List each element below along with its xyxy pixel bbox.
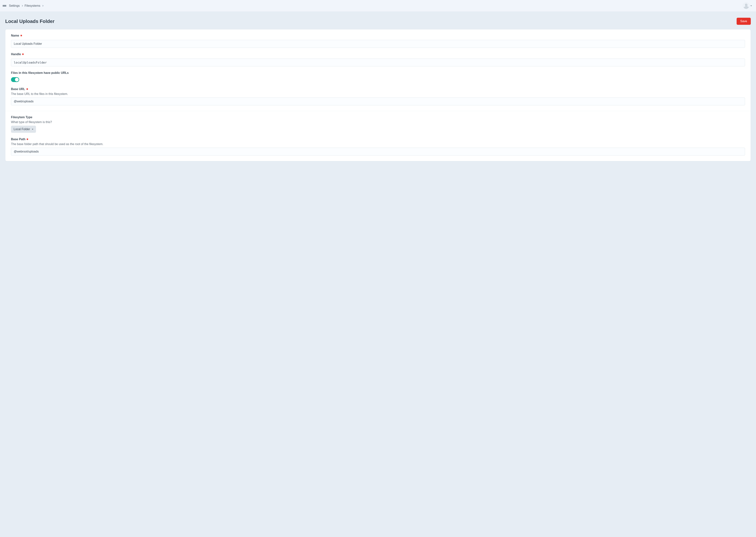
panel-section-main: Name ✱ Handle ✱ Files in this filesystem… (5, 29, 751, 111)
breadcrumb-settings[interactable]: Settings (9, 4, 20, 8)
label-public-urls: Files in this filesystem have public URL… (11, 71, 68, 75)
help-fs-type: What type of filesystem is this? (11, 120, 745, 124)
required-icon: ✱ (20, 34, 22, 37)
panel-section-fs: Filesytem Type What type of filesystem i… (5, 111, 751, 161)
settings-panel: Name ✱ Handle ✱ Files in this filesystem… (5, 29, 751, 161)
help-base-url: The base URL to the files in this filesy… (11, 92, 745, 96)
label-name-text: Name (11, 34, 19, 37)
help-base-path: The base folder path that should be used… (11, 143, 745, 146)
field-handle: Handle ✱ (11, 53, 745, 66)
label-handle-text: Handle (11, 53, 21, 56)
base-url-input[interactable] (11, 98, 745, 105)
public-urls-toggle[interactable] (11, 77, 19, 82)
field-fs-type: Filesytem Type What type of filesystem i… (11, 116, 745, 133)
breadcrumb-filesystems[interactable]: Filesystems (24, 4, 40, 8)
label-fs-type: Filesytem Type (11, 116, 32, 119)
page-header: Local Uploads Folder Save (0, 12, 756, 29)
label-base-path-text: Base Path (11, 138, 25, 141)
field-name: Name ✱ (11, 34, 745, 48)
label-base-path: Base Path ✱ (11, 138, 28, 141)
field-base-url: Base URL ✱ The base URL to the files in … (11, 87, 745, 105)
base-path-input[interactable] (11, 148, 745, 155)
topbar-left: Settings Filesystems (3, 4, 43, 8)
toggle-wrap (11, 77, 745, 83)
handle-input[interactable] (11, 59, 745, 66)
field-base-path: Base Path ✱ The base folder path that sh… (11, 138, 745, 155)
chevron-down-icon (32, 129, 33, 130)
save-button[interactable]: Save (736, 18, 751, 25)
field-public-urls: Files in this filesystem have public URL… (11, 71, 745, 83)
required-icon: ✱ (26, 138, 28, 141)
name-input[interactable] (11, 40, 745, 48)
fs-type-selected: Local Folder (14, 128, 30, 131)
label-name: Name ✱ (11, 34, 22, 37)
user-menu[interactable] (743, 3, 752, 9)
required-icon: ✱ (22, 53, 24, 55)
label-public-urls-text: Files in this filesystem have public URL… (11, 71, 68, 75)
avatar (743, 3, 749, 9)
topbar: Settings Filesystems (0, 0, 756, 12)
fs-type-select[interactable]: Local Folder (11, 126, 36, 133)
label-base-url-text: Base URL (11, 87, 25, 91)
label-fs-type-text: Filesytem Type (11, 116, 32, 119)
chevron-down-icon (750, 5, 752, 6)
breadcrumb: Settings Filesystems (9, 4, 43, 8)
label-handle: Handle ✱ (11, 53, 24, 56)
chevron-right-icon (21, 5, 23, 7)
menu-icon[interactable] (3, 4, 6, 7)
label-base-url: Base URL ✱ (11, 87, 28, 91)
page-title: Local Uploads Folder (5, 19, 55, 24)
chevron-right-icon (42, 5, 43, 7)
required-icon: ✱ (26, 88, 28, 90)
